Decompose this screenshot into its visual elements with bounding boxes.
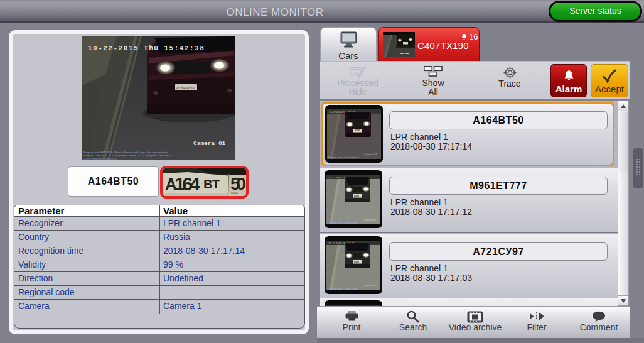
svg-text:164: 164 (174, 173, 200, 194)
svg-text:Lane: recognized: Camera 01: Lane: recognized: Camera 01 (83, 157, 117, 160)
svg-text:Program zone: Camera chan 1: Program zone: Camera chan 1 (328, 156, 359, 159)
svg-text:RUS: RUS (231, 191, 238, 195)
svg-text:Camera 01: Camera 01 (363, 218, 377, 221)
svg-text:Program zone: Camera chan 1: Program zone: Camera chan 1 (328, 288, 358, 290)
svg-text:10-22-2015 Thu 15:42:38: 10-22-2015 Thu 15:42:38 (88, 45, 205, 52)
svg-text:Camera 01: Camera 01 (364, 153, 377, 156)
svg-text:Camera 01: Camera 01 (363, 284, 377, 287)
svg-text:Program zone: Camera chan 1: Program zone: Camera chan 1 (328, 222, 358, 224)
svg-text:BT: BT (203, 177, 220, 191)
svg-text:Camera 01: Camera 01 (193, 140, 226, 147)
svg-text:A164BT50: A164BT50 (176, 86, 195, 90)
